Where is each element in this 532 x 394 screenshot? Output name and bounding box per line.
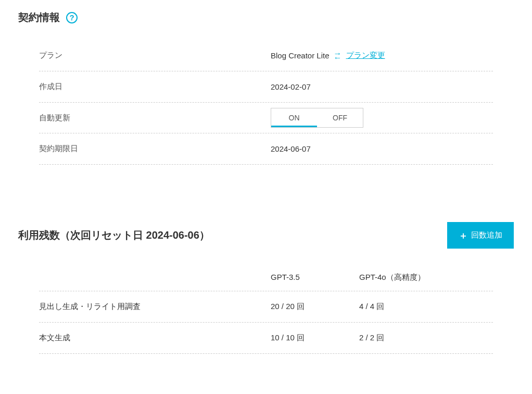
toggle-on[interactable]: ON [271,108,317,127]
usage-row: 本文生成 10 / 10 回 2 / 2 回 [39,323,493,354]
plan-row: プラン Blog Creator Lite → ← プラン変更 [39,40,493,71]
usage-row: 見出し生成・リライト用調査 20 / 20 回 4 / 4 回 [39,291,493,323]
created-row: 作成日 2024-02-07 [39,71,493,103]
created-value: 2024-02-07 [271,82,311,91]
usage-row-label: 見出し生成・リライト用調査 [39,302,271,312]
usage-header-gpt4o: GPT-4o（高精度） [359,273,493,282]
usage-row-gpt35: 20 / 20 回 [271,302,359,312]
usage-header-col1 [39,273,271,282]
usage-row-gpt4o: 2 / 2 回 [359,333,493,343]
usage-header-row: GPT-3.5 GPT-4o（高精度） [39,264,493,291]
add-button-label: 回数追加 [471,230,502,240]
usage-row-label: 本文生成 [39,333,271,343]
plan-value: Blog Creator Lite [271,51,330,60]
plan-value-container: Blog Creator Lite → ← プラン変更 [271,51,385,60]
auto-renew-row: 自動更新 ON OFF [39,103,493,133]
plus-icon: ＋ [459,231,468,240]
toggle-off[interactable]: OFF [317,108,363,127]
plan-label: プラン [39,51,271,60]
plan-change-link[interactable]: プラン変更 [346,51,385,60]
created-label: 作成日 [39,82,271,92]
usage-table: GPT-3.5 GPT-4o（高精度） 見出し生成・リライト用調査 20 / 2… [39,264,493,354]
contract-title-text: 契約情報 [18,10,60,24]
contract-section-title: 契約情報 ? [18,10,514,24]
add-count-button[interactable]: ＋ 回数追加 [447,222,514,249]
usage-header-gpt35: GPT-3.5 [271,273,359,282]
expiry-label: 契約期限日 [39,144,271,154]
usage-row-gpt35: 10 / 10 回 [271,333,359,343]
contract-info-table: プラン Blog Creator Lite → ← プラン変更 作成日 2024… [39,40,493,165]
auto-renew-value: ON OFF [271,108,363,128]
expiry-value: 2024-06-07 [271,144,311,153]
usage-row-gpt4o: 4 / 4 回 [359,302,493,312]
usage-section-title: 利用残数（次回リセット日 2024-06-06） [18,228,210,242]
auto-renew-toggle: ON OFF [271,108,363,128]
swap-icon: → ← [334,52,342,59]
expiry-row: 契約期限日 2024-06-07 [39,133,493,165]
usage-section-header: 利用残数（次回リセット日 2024-06-06） ＋ 回数追加 [18,222,514,249]
help-icon[interactable]: ? [66,12,78,23]
auto-renew-label: 自動更新 [39,113,271,123]
